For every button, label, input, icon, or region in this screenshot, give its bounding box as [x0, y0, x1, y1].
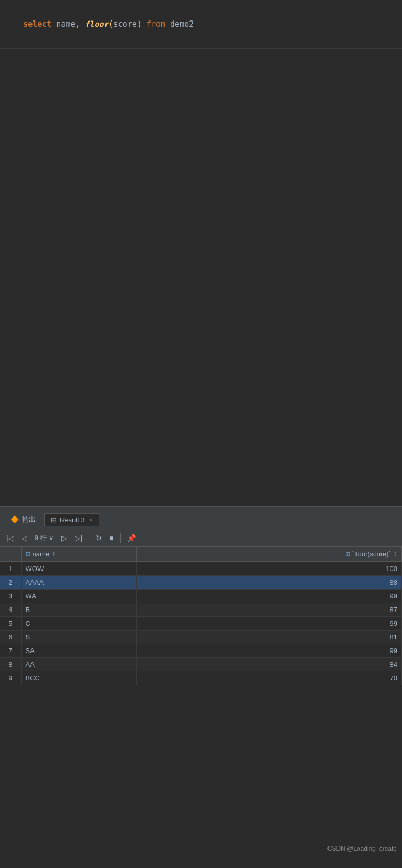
- cell-floor-score: 99: [136, 644, 402, 658]
- data-table-wrapper: ⊞ name ⇕ ⊞ `floor(score)` ⇕ 1: [0, 547, 402, 685]
- paren-close: ): [137, 19, 142, 29]
- cell-floor-score: 81: [136, 631, 402, 644]
- cell-name: S: [21, 631, 136, 644]
- toolbar-divider-2: [120, 533, 121, 543]
- cell-floor-score: 84: [136, 658, 402, 671]
- output-icon: 🔶: [10, 515, 19, 523]
- cell-floor-score: 87: [136, 603, 402, 617]
- cell-row-num: 7: [0, 644, 21, 658]
- table-row[interactable]: 9BCC70: [0, 671, 402, 685]
- cell-name: C: [21, 617, 136, 631]
- tab-close-icon[interactable]: ×: [89, 516, 92, 523]
- tab-bar: 🔶 输出 ⊞ Result 3 ×: [0, 510, 402, 529]
- cell-floor-score: 70: [136, 671, 402, 685]
- cell-row-num: 5: [0, 617, 21, 631]
- refresh-button[interactable]: ↻: [93, 533, 104, 543]
- results-panel: 🔶 输出 ⊞ Result 3 × |◁ ◁ 9 行 ∨ ▷ ▷| ↻ ■ 📌: [0, 510, 402, 685]
- cell-row-num: 1: [0, 562, 21, 576]
- editor-body: [0, 49, 402, 506]
- name-sort-icon[interactable]: ⇕: [51, 551, 56, 557]
- name-col-icon: ⊞: [26, 551, 30, 557]
- col-header-floor[interactable]: ⊞ `floor(score)` ⇕: [136, 547, 402, 562]
- table-row[interactable]: 6S81: [0, 631, 402, 644]
- floor-sort-icon[interactable]: ⇕: [393, 551, 397, 557]
- result-toolbar: |◁ ◁ 9 行 ∨ ▷ ▷| ↻ ■ 📌: [0, 529, 402, 547]
- code-line: select name, floor(score) from demo2: [4, 2, 194, 46]
- col-name-text: name: [51, 19, 75, 29]
- cell-name: AAAA: [21, 576, 136, 590]
- tab-output[interactable]: 🔶 输出: [4, 513, 42, 526]
- first-page-button[interactable]: |◁: [4, 533, 16, 543]
- table-row[interactable]: 5C99: [0, 617, 402, 631]
- cell-floor-score: 100: [136, 562, 402, 576]
- cell-floor-score: 99: [136, 617, 402, 631]
- fn-floor-text: floor: [85, 19, 109, 29]
- cell-row-num: 3: [0, 590, 21, 603]
- stop-button[interactable]: ■: [107, 533, 115, 543]
- keyword-select: select: [23, 19, 51, 29]
- cell-floor-score: 88: [136, 576, 402, 590]
- cell-row-num: 4: [0, 603, 21, 617]
- cell-row-num: 8: [0, 658, 21, 671]
- col-name-header: name: [33, 550, 50, 558]
- col-header-name[interactable]: ⊞ name ⇕: [21, 547, 136, 562]
- table-row[interactable]: 4B87: [0, 603, 402, 617]
- table-row[interactable]: 8AA84: [0, 658, 402, 671]
- cell-name: SA: [21, 644, 136, 658]
- pin-button[interactable]: 📌: [125, 533, 138, 543]
- watermark: CSDN @Loading_create: [327, 845, 397, 852]
- row-count-chevron: ∨: [49, 534, 54, 542]
- keyword-from: from: [146, 19, 165, 29]
- prev-page-button[interactable]: ◁: [19, 533, 29, 543]
- cell-row-num: 2: [0, 576, 21, 590]
- cell-row-num: 9: [0, 671, 21, 685]
- last-page-button[interactable]: ▷|: [72, 533, 84, 543]
- cell-name: AA: [21, 658, 136, 671]
- row-count-label: 9 行: [35, 533, 47, 543]
- col-score-text: score: [113, 19, 137, 29]
- cell-name: WA: [21, 590, 136, 603]
- toolbar-divider-1: [89, 533, 89, 543]
- tab-result[interactable]: ⊞ Result 3 ×: [44, 513, 99, 526]
- row-count-selector[interactable]: 9 行 ∨: [33, 532, 57, 544]
- table-row[interactable]: 2AAAA88: [0, 576, 402, 590]
- cell-name: B: [21, 603, 136, 617]
- code-editor[interactable]: select name, floor(score) from demo2: [0, 0, 402, 49]
- table-name-text: demo2: [165, 19, 194, 29]
- table-header-row: ⊞ name ⇕ ⊞ `floor(score)` ⇕: [0, 547, 402, 562]
- col-floor-header: `floor(score)`: [352, 550, 391, 558]
- cell-row-num: 6: [0, 631, 21, 644]
- table-row[interactable]: 1WOW100: [0, 562, 402, 576]
- table-row[interactable]: 3WA99: [0, 590, 402, 603]
- result-icon: ⊞: [51, 516, 57, 524]
- table-row[interactable]: 7SA99: [0, 644, 402, 658]
- paren-open: (: [109, 19, 113, 29]
- floor-col-icon: ⊞: [345, 551, 350, 557]
- panel-separator: [0, 506, 402, 510]
- col-header-rownum: [0, 547, 21, 562]
- tab-output-label: 输出: [22, 515, 36, 524]
- result-table: ⊞ name ⇕ ⊞ `floor(score)` ⇕ 1: [0, 547, 402, 685]
- next-page-button[interactable]: ▷: [59, 533, 69, 543]
- tab-result-label: Result 3: [60, 516, 85, 524]
- cell-floor-score: 99: [136, 590, 402, 603]
- cell-name: BCC: [21, 671, 136, 685]
- table-body: 1WOW1002AAAA883WA994B875C996S817SA998AA8…: [0, 562, 402, 685]
- cell-name: WOW: [21, 562, 136, 576]
